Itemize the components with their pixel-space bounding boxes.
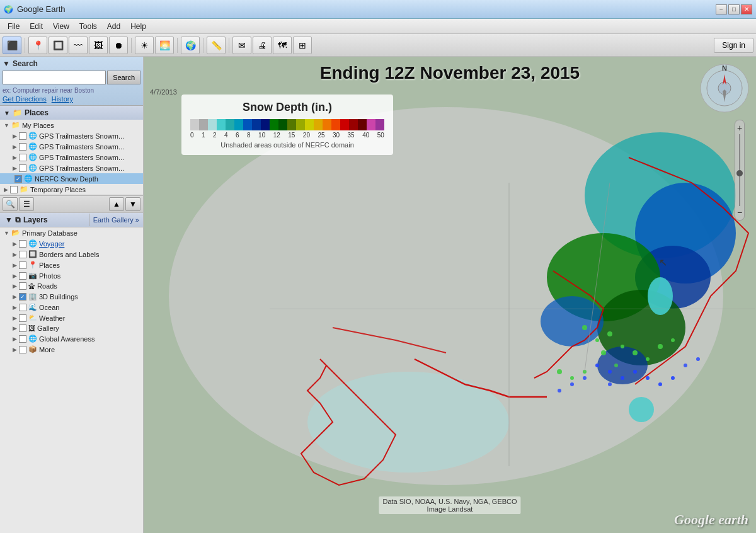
- cb-19: [358, 119, 367, 130]
- sign-in-button[interactable]: Sign in: [714, 38, 753, 53]
- get-directions-link[interactable]: Get Directions: [3, 95, 47, 103]
- cb-10: [278, 119, 287, 130]
- zoom-out-btn[interactable]: −: [737, 207, 742, 217]
- layers-weather[interactable]: ▶ ⛅ Weather: [0, 312, 143, 323]
- places-item-3[interactable]: ▶ 🌐 GPS Trailmasters Snowm...: [0, 152, 143, 163]
- toolbar-sky-btn[interactable]: 🌅: [155, 37, 174, 54]
- places-my-places[interactable]: ▼ 📁 My Places: [0, 120, 143, 130]
- toolbar-image-btn[interactable]: 🖼: [89, 37, 108, 54]
- svg-point-3: [585, 132, 736, 258]
- checkbox-photos[interactable]: [19, 272, 26, 280]
- layers-more[interactable]: ▶ 📦 More: [0, 344, 143, 355]
- svg-point-23: [557, 369, 562, 374]
- checkbox-ocean[interactable]: [19, 304, 26, 311]
- toolbar-view-btn[interactable]: ⬛: [3, 37, 21, 54]
- checkbox-nerfc[interactable]: ✓: [14, 175, 22, 183]
- layers-primary-db[interactable]: ▼ 📂 Primary Database: [0, 227, 143, 238]
- places-header[interactable]: ▼ 📁 Places: [0, 106, 143, 120]
- toolbar-polygon-btn[interactable]: 🔲: [49, 37, 67, 54]
- places-item-2[interactable]: ▶ 🌐 GPS Trailmasters Snowm...: [0, 141, 143, 152]
- layers-roads[interactable]: ▶ 🛣 Roads: [0, 281, 143, 291]
- layers-ocean[interactable]: ▶ 🌊 Ocean: [0, 302, 143, 312]
- checkbox-temp[interactable]: [10, 186, 18, 193]
- cb-15: [323, 119, 331, 130]
- title-bar: 🌍 Google Earth − □ ✕: [0, 0, 756, 19]
- map-area[interactable]: ↖ Ending 12Z November 23, 2015 4/7/2013 …: [144, 57, 756, 533]
- earth-gallery-tab[interactable]: Earth Gallery »: [89, 214, 143, 226]
- layers-gallery[interactable]: ▶ 🖼 Gallery: [0, 323, 143, 333]
- cb-11: [287, 119, 296, 130]
- places-item-4[interactable]: ▶ 🌐 GPS Trailmasters Snowm...: [0, 163, 143, 173]
- history-link[interactable]: History: [52, 95, 73, 103]
- menu-edit[interactable]: Edit: [25, 21, 48, 32]
- search-label: Search: [13, 59, 38, 68]
- layers-global-awareness[interactable]: ▶ 🌐 Global Awareness: [0, 333, 143, 344]
- search-input[interactable]: [3, 71, 106, 84]
- layers-tab[interactable]: ▼ ⧉ Layers: [0, 213, 53, 227]
- cb-12: [296, 119, 305, 130]
- checkbox-1[interactable]: [19, 132, 26, 140]
- search-collapse-arrow[interactable]: ▼: [3, 59, 10, 68]
- checkbox-places-layer[interactable]: [19, 261, 26, 269]
- toolbar-sun-btn[interactable]: ☀: [135, 37, 154, 54]
- toolbar-path-btn[interactable]: 〰: [69, 37, 88, 54]
- toolbar-maps-btn[interactable]: 🗺: [273, 37, 292, 54]
- layers-photos[interactable]: ▶ 📷 Photos: [0, 270, 143, 281]
- toolbar-measure-btn[interactable]: 📏: [207, 37, 226, 54]
- menu-file[interactable]: File: [3, 21, 25, 32]
- places-item-nerfc[interactable]: ✓ 🌐 NERFC Snow Depth: [0, 173, 143, 184]
- zoom-in-btn[interactable]: +: [737, 123, 742, 133]
- menu-help[interactable]: Help: [125, 21, 151, 32]
- search-row: Search: [3, 71, 140, 84]
- panel-search-btn[interactable]: 🔍: [3, 197, 18, 211]
- checkbox-borders[interactable]: [19, 251, 26, 258]
- svg-point-37: [696, 357, 700, 361]
- checkbox-gallery[interactable]: [19, 324, 26, 332]
- toolbar-placemark-btn[interactable]: 📍: [28, 37, 47, 54]
- places-temp[interactable]: ▶ 📁 Temporary Places: [0, 184, 143, 195]
- checkbox-more[interactable]: [19, 346, 26, 353]
- layers-voyager[interactable]: ▶ 🌐 Voyager: [0, 238, 143, 249]
- title-bar-left: 🌍 Google Earth: [4, 4, 66, 14]
- panel-toolbar: 🔍 ☰ ▲ ▼: [0, 195, 143, 213]
- minimize-button[interactable]: −: [716, 4, 727, 14]
- cb-4: [226, 119, 234, 130]
- cb-14: [314, 119, 323, 130]
- toolbar-record-btn[interactable]: ⏺: [109, 37, 128, 54]
- panel-list-btn[interactable]: ☰: [19, 197, 34, 211]
- zoom-handle[interactable]: [736, 170, 743, 176]
- menu-tools[interactable]: Tools: [74, 21, 102, 32]
- layers-places[interactable]: ▶ 📍 Places: [0, 260, 143, 270]
- toolbar-expand-btn[interactable]: ⊞: [293, 37, 312, 54]
- close-button[interactable]: ✕: [741, 4, 752, 14]
- zoom-track[interactable]: [739, 134, 740, 206]
- toolbar-email-btn[interactable]: ✉: [232, 37, 251, 54]
- cb-3: [217, 119, 226, 130]
- checkbox-awareness[interactable]: [19, 335, 26, 343]
- panel-up-btn[interactable]: ▲: [109, 197, 124, 211]
- search-button[interactable]: Search: [107, 71, 140, 84]
- layers-header: ▼ ⧉ Layers Earth Gallery »: [0, 213, 143, 227]
- svg-point-28: [621, 376, 624, 380]
- svg-point-2: [169, 107, 723, 485]
- nav-compass[interactable]: N: [699, 63, 750, 113]
- checkbox-roads[interactable]: [19, 282, 26, 290]
- checkbox-3[interactable]: [19, 154, 26, 161]
- toolbar-print-btn[interactable]: 🖨: [253, 37, 272, 54]
- zoom-slider[interactable]: + −: [735, 120, 745, 221]
- menu-view[interactable]: View: [48, 21, 74, 32]
- panel-down-btn[interactable]: ▼: [125, 197, 140, 211]
- checkbox-weather[interactable]: [19, 314, 26, 322]
- checkbox-2[interactable]: [19, 143, 26, 151]
- checkbox-4[interactable]: [19, 164, 26, 172]
- layers-borders[interactable]: ▶ 🔲 Borders and Labels: [0, 249, 143, 260]
- layers-3d-buildings[interactable]: ▶ ✓ 🏢 3D Buildings: [0, 291, 143, 302]
- menu-add[interactable]: Add: [102, 21, 125, 32]
- places-item-1[interactable]: ▶ 🌐 GPS Trailmasters Snowm...: [0, 130, 143, 141]
- search-header: ▼ Search: [3, 59, 140, 68]
- checkbox-voyager[interactable]: [19, 240, 26, 248]
- checkbox-3d-buildings[interactable]: ✓: [19, 293, 26, 301]
- maximize-button[interactable]: □: [728, 4, 740, 14]
- weather-icon: ⛅: [28, 314, 37, 322]
- toolbar-earth-btn[interactable]: 🌍: [181, 37, 200, 54]
